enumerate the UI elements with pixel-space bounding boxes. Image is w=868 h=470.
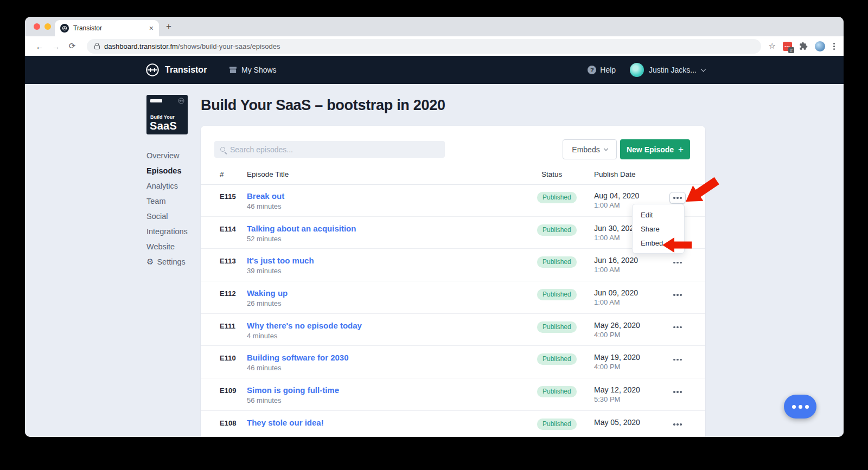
browser-tab[interactable]: Transistor × xyxy=(55,20,159,36)
chevron-down-icon xyxy=(701,66,706,72)
back-icon[interactable]: ← xyxy=(33,42,47,51)
tab-close-icon[interactable]: × xyxy=(149,24,154,33)
episode-duration: 39 minutes xyxy=(247,267,282,275)
publish-date: Aug 04, 2020 xyxy=(594,191,639,200)
episode-row: E112 Waking up 26 minutes Published Jun … xyxy=(201,281,705,314)
publish-date: May 19, 2020 xyxy=(594,353,640,362)
menu-item[interactable]: Embed xyxy=(633,236,684,250)
episode-title-link[interactable]: Talking about an acquisition xyxy=(247,224,356,233)
app-topnav: Transistor My Shows ? Help Justin Jacks.… xyxy=(25,56,844,84)
publish-date: Jun 16, 2020 xyxy=(594,256,638,265)
sidebar-item-label: Team xyxy=(146,197,165,205)
artwork-logo-icon xyxy=(178,98,184,104)
chat-dot xyxy=(799,405,802,409)
menu-item-label: Edit xyxy=(641,211,653,219)
row-actions-ellipsis-button[interactable] xyxy=(669,419,686,430)
close-window-button[interactable] xyxy=(34,23,40,30)
transistor-logo-icon xyxy=(145,63,159,77)
brand-label: Transistor xyxy=(165,65,207,75)
episode-duration: 46 minutes xyxy=(247,202,282,210)
new-episode-button[interactable]: New Episode + xyxy=(620,139,690,159)
artwork-badge xyxy=(150,99,162,102)
status-badge: Published xyxy=(537,224,577,236)
menu-item-label: Embed xyxy=(641,239,663,247)
episode-rows: E115 Break out 46 minutes Published Aug … xyxy=(201,184,705,437)
episode-title-link[interactable]: Simon is going full-time xyxy=(247,385,339,395)
my-shows-link[interactable]: My Shows xyxy=(229,56,277,84)
menu-item[interactable]: Edit xyxy=(633,208,684,222)
menu-item[interactable]: Share xyxy=(633,222,684,236)
browser-window: Transistor × + ← → ⟳ dashboard.transisto… xyxy=(25,17,844,437)
embeds-dropdown-button[interactable]: Embeds xyxy=(563,139,617,159)
publish-date: Jun 30, 2020 xyxy=(594,224,638,233)
publish-time: 1:00 AM xyxy=(594,234,620,242)
transistor-brand[interactable]: Transistor xyxy=(145,56,207,84)
forward-icon[interactable]: → xyxy=(49,42,63,51)
publish-time: 4:00 PM xyxy=(594,331,620,339)
artwork-line1: Build Your xyxy=(150,114,175,120)
episode-duration: 52 minutes xyxy=(247,235,282,243)
episode-title-link[interactable]: It's just too much xyxy=(247,256,314,265)
extension-badge: 2 xyxy=(788,47,794,53)
episode-title-link[interactable]: Waking up xyxy=(247,288,288,298)
podcast-artwork: Build Your SaaS xyxy=(146,95,188,134)
episode-number: E115 xyxy=(220,192,236,201)
episode-title-link[interactable]: Building software for 2030 xyxy=(247,353,349,362)
episode-duration: 46 minutes xyxy=(247,364,282,372)
publish-date: Jun 09, 2020 xyxy=(594,288,638,297)
chrome-menu-icon[interactable] xyxy=(832,43,836,50)
row-actions-ellipsis-button[interactable] xyxy=(669,321,686,333)
chat-launcher-button[interactable] xyxy=(784,395,816,419)
publish-time: 1:00 AM xyxy=(594,266,620,274)
new-tab-button[interactable]: + xyxy=(166,21,171,32)
row-actions-ellipsis-button[interactable] xyxy=(669,256,686,268)
publish-time: 5:30 PM xyxy=(594,395,620,403)
user-name: Justin Jacks... xyxy=(649,66,697,74)
page-title: Build Your SaaS – bootstrap in 2020 xyxy=(201,97,445,114)
row-actions-menu: Edit Share Embed xyxy=(632,204,685,254)
sidebar-item-label: Website xyxy=(146,242,175,251)
screenshot-stage: Transistor × + ← → ⟳ dashboard.transisto… xyxy=(0,0,868,470)
publish-date: May 05, 2020 xyxy=(594,418,640,427)
row-actions-ellipsis-button[interactable] xyxy=(669,289,686,301)
reload-icon[interactable]: ⟳ xyxy=(65,41,79,51)
chrome-profile-avatar[interactable] xyxy=(815,41,825,51)
extensions-puzzle-icon[interactable] xyxy=(799,42,808,50)
search-icon xyxy=(220,147,225,152)
address-bar[interactable]: dashboard.transistor.fm/shows/build-your… xyxy=(87,39,761,54)
lock-icon xyxy=(94,45,100,49)
episode-title-link[interactable]: They stole our idea! xyxy=(247,418,324,427)
status-badge: Published xyxy=(537,192,577,203)
publish-time: 4:00 PM xyxy=(594,363,620,371)
header-episode-title: Episode Title xyxy=(247,170,289,178)
episode-title-link[interactable]: Break out xyxy=(247,191,284,201)
help-label: Help xyxy=(600,66,616,74)
episode-number: E108 xyxy=(220,419,236,427)
row-actions-ellipsis-button[interactable] xyxy=(669,386,686,398)
status-badge: Published xyxy=(537,386,577,397)
browser-actions: ☆ ••• 2 xyxy=(769,41,836,51)
episode-duration: 26 minutes xyxy=(247,299,282,307)
help-link[interactable]: ? Help xyxy=(588,66,616,74)
settings-gear-icon: ⚙ xyxy=(146,257,154,267)
header-publish-date: Publish Date xyxy=(594,170,636,178)
search-input[interactable] xyxy=(230,145,439,154)
publish-time: 1:00 AM xyxy=(594,298,620,306)
header-number: # xyxy=(220,170,224,178)
status-badge: Published xyxy=(537,256,577,268)
status-badge: Published xyxy=(537,321,577,333)
topnav-right: ? Help Justin Jacks... xyxy=(588,56,705,84)
episode-title-link[interactable]: Why there's no episode today xyxy=(247,321,362,330)
user-menu[interactable]: Justin Jacks... xyxy=(630,63,705,77)
header-status: Status xyxy=(541,170,562,178)
publish-date: May 12, 2020 xyxy=(594,385,640,394)
row-actions-ellipsis-button[interactable] xyxy=(669,192,686,204)
chat-dot xyxy=(792,405,796,409)
episode-row: E110 Building software for 2030 46 minut… xyxy=(201,346,705,378)
minimize-window-button[interactable] xyxy=(44,23,51,30)
bookmark-star-icon[interactable]: ☆ xyxy=(769,41,776,51)
browser-tabstrip: Transistor × + xyxy=(25,17,844,36)
screenshot-extension-icon[interactable]: ••• 2 xyxy=(783,42,792,51)
row-actions-ellipsis-button[interactable] xyxy=(669,353,686,365)
episode-row: E108 They stole our idea! Published May … xyxy=(201,411,705,437)
